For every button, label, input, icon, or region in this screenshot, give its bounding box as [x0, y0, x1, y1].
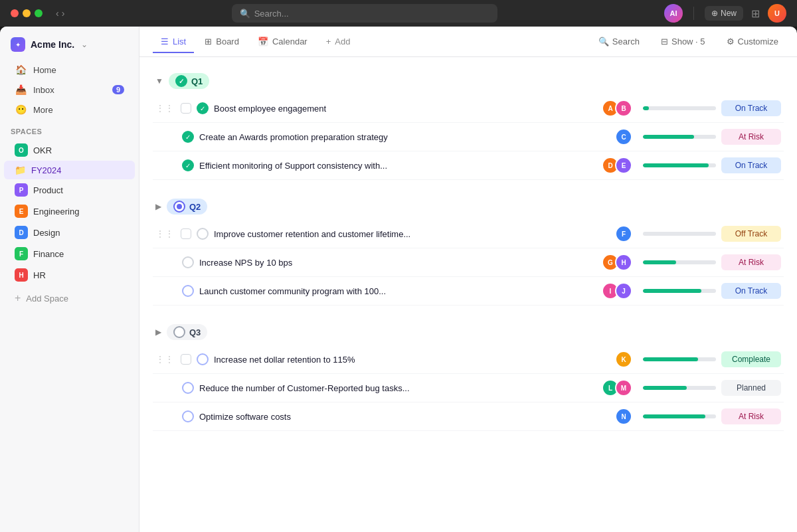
sidebar-item-hr[interactable]: H HR: [4, 264, 135, 286]
quarter-q1-header[interactable]: ▼ Q1: [153, 68, 784, 94]
okr-title[interactable]: Boost employee engagement: [214, 104, 596, 114]
avatar: H: [615, 254, 632, 271]
row-checkbox[interactable]: [181, 354, 191, 365]
avatars: C: [615, 128, 632, 145]
inbox-icon: 📥: [15, 84, 27, 95]
back-icon[interactable]: ‹: [56, 8, 59, 19]
q2-toggle-icon[interactable]: ▶: [155, 202, 161, 211]
sidebar-item-fy2024[interactable]: 📁 FY2024: [4, 161, 135, 179]
avatar: B: [615, 100, 632, 117]
q1-badge: Q1: [169, 73, 209, 89]
progress-bar-container: [643, 163, 716, 167]
search-action-icon: 🔍: [598, 37, 609, 46]
logo-text: Acme Inc.: [31, 39, 74, 50]
folder-icon: 📁: [15, 165, 26, 175]
okr-title[interactable]: Increase NPS by 10 bps: [199, 258, 596, 268]
row-checkbox[interactable]: [181, 228, 191, 239]
status-done-icon: ✓: [182, 159, 194, 171]
main-layout: ✦ Acme Inc. ⌄ 🏠 Home 📥 Inbox 9 😶 More Sp…: [0, 27, 797, 532]
nav-arrows[interactable]: ‹ ›: [56, 8, 64, 19]
q3-toggle-icon[interactable]: ▶: [155, 327, 161, 337]
status-badge[interactable]: Off Track: [721, 226, 781, 242]
search-action-button[interactable]: 🔍 Search: [593, 34, 645, 49]
grid-icon[interactable]: ⊞: [751, 7, 760, 20]
sidebar-item-finance[interactable]: F Finance: [4, 243, 135, 264]
drag-handle-icon[interactable]: ⋮⋮: [155, 228, 174, 239]
close-button[interactable]: [11, 9, 19, 17]
quarter-q2-header[interactable]: ▶ Q2: [153, 193, 784, 220]
status-badge[interactable]: At Risk: [721, 129, 781, 145]
customize-action-button[interactable]: ⚙ Customize: [721, 34, 784, 49]
finance-badge: F: [15, 247, 28, 260]
engineering-badge: E: [15, 205, 28, 218]
okr-title[interactable]: Increase net dollar retention to 115%: [214, 355, 610, 365]
okr-title[interactable]: Improve customer retention and customer …: [214, 229, 610, 239]
tab-add[interactable]: + Add: [318, 31, 359, 53]
avatars: L M: [602, 379, 632, 397]
hr-badge: H: [15, 268, 28, 282]
avatars: D E: [602, 157, 632, 174]
status-badge[interactable]: On Track: [721, 100, 781, 116]
progress-bar-container: [643, 232, 716, 236]
avatars: I J: [602, 282, 632, 300]
sidebar-item-engineering[interactable]: E Engineering: [4, 201, 135, 222]
more-label: More: [33, 105, 53, 115]
tab-list[interactable]: ☰ List: [153, 31, 194, 53]
show-action-button[interactable]: ⊟ Show · 5: [656, 34, 711, 49]
new-button[interactable]: ⊕ New: [705, 6, 743, 21]
tab-board[interactable]: ⊞ Board: [197, 31, 247, 53]
more-icon: 😶: [15, 104, 27, 115]
logo-chevron-icon: ⌄: [81, 40, 88, 49]
okr-title[interactable]: Efficient monitoring of Support consiste…: [199, 161, 596, 171]
sidebar-item-design[interactable]: D Design: [4, 222, 135, 243]
row-checkbox[interactable]: [181, 103, 191, 114]
status-empty-blue-icon: [182, 410, 194, 422]
sidebar-item-product[interactable]: P Product: [4, 179, 135, 201]
sidebar-item-home[interactable]: 🏠 Home: [4, 60, 135, 80]
add-tab-icon: +: [326, 37, 331, 46]
product-label: Product: [33, 185, 63, 195]
okr-label: OKR: [33, 145, 52, 155]
status-done-icon: ✓: [197, 102, 209, 114]
avatar: M: [615, 379, 632, 397]
sidebar-item-okr[interactable]: O OKR: [4, 139, 135, 161]
ai-badge[interactable]: AI: [664, 4, 683, 23]
table-row: ⋮⋮ Increase net dollar retention to 115%…: [153, 345, 784, 374]
quarter-q3-header[interactable]: ▶ Q3: [153, 319, 784, 345]
drag-handle-icon[interactable]: ⋮⋮: [155, 354, 174, 365]
progress-bar-container: [643, 414, 716, 418]
okr-title[interactable]: Create an Awards promotion preparation s…: [199, 132, 610, 142]
status-badge[interactable]: At Risk: [721, 408, 781, 424]
logo-area[interactable]: ✦ Acme Inc. ⌄: [0, 35, 139, 60]
progress-bar: [643, 163, 709, 167]
okr-title[interactable]: Reduce the number of Customer-Reported b…: [199, 383, 596, 393]
status-badge[interactable]: Compleate: [721, 351, 781, 367]
avatar: J: [615, 282, 632, 300]
status-badge[interactable]: On Track: [721, 157, 781, 173]
progress-bar: [643, 357, 698, 361]
content-area: ☰ List ⊞ Board 📅 Calendar + Add 🔍 Search: [139, 27, 797, 532]
minimize-button[interactable]: [23, 9, 31, 17]
board-tab-icon: ⊞: [205, 37, 212, 46]
tab-calendar[interactable]: 📅 Calendar: [250, 31, 315, 53]
status-badge[interactable]: At Risk: [721, 254, 781, 270]
q3-status-icon: [173, 326, 185, 338]
progress-bar-container: [643, 357, 716, 361]
maximize-button[interactable]: [35, 9, 43, 17]
drag-handle-icon[interactable]: ⋮⋮: [155, 103, 174, 114]
add-space-button[interactable]: + Add Space: [4, 288, 135, 308]
home-label: Home: [33, 65, 56, 75]
sidebar: ✦ Acme Inc. ⌄ 🏠 Home 📥 Inbox 9 😶 More Sp…: [0, 27, 139, 532]
status-badge[interactable]: Planned: [721, 380, 781, 396]
forward-icon[interactable]: ›: [62, 8, 65, 19]
okr-title[interactable]: Optimize software costs: [199, 412, 610, 422]
status-empty-blue-icon: [197, 353, 209, 365]
sidebar-item-inbox[interactable]: 📥 Inbox 9: [4, 80, 135, 100]
show-action-icon: ⊟: [661, 37, 668, 46]
okr-title[interactable]: Launch customer community program with 1…: [199, 286, 596, 296]
global-search-bar[interactable]: 🔍 Search...: [232, 4, 497, 23]
q1-toggle-icon[interactable]: ▼: [155, 76, 163, 86]
status-badge[interactable]: On Track: [721, 283, 781, 299]
user-avatar[interactable]: U: [768, 4, 786, 23]
sidebar-item-more[interactable]: 😶 More: [4, 100, 135, 120]
